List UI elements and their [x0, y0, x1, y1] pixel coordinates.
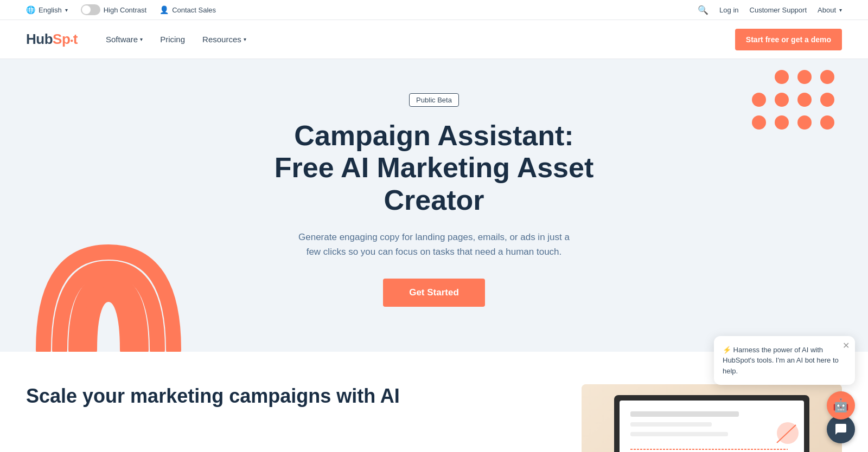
hero-title: Campaign Assistant: Free AI Marketing As… — [271, 120, 597, 217]
chat-avatar[interactable]: 🤖 — [827, 391, 855, 419]
dot — [820, 70, 834, 84]
language-label: English — [39, 6, 62, 14]
about-chevron: ▾ — [839, 7, 842, 13]
dots-decoration — [752, 70, 835, 131]
chat-widget: ✕ ⚡ Harness the power of AI with HubSpot… — [714, 336, 855, 420]
nav-links: Software ▾ Pricing Resources ▾ — [99, 30, 253, 48]
dot — [775, 115, 789, 130]
resources-nav-item[interactable]: Resources ▾ — [196, 30, 253, 48]
hero-subtitle: Generate engaging copy for landing pages… — [293, 230, 575, 259]
pricing-nav-item[interactable]: Pricing — [154, 30, 192, 48]
customer-support-link[interactable]: Customer Support — [750, 6, 807, 14]
dot — [752, 93, 766, 107]
utility-left: English ▾ High Contrast Contact Sales — [26, 4, 216, 15]
chat-bubble: ✕ ⚡ Harness the power of AI with HubSpot… — [714, 336, 855, 385]
contact-sales-link[interactable]: Contact Sales — [159, 5, 216, 14]
toggle-switch[interactable] — [81, 4, 100, 15]
pricing-label: Pricing — [160, 35, 185, 44]
utility-bar: English ▾ High Contrast Contact Sales Lo… — [0, 0, 868, 20]
dot — [797, 70, 812, 84]
svg-rect-5 — [630, 432, 728, 436]
dot — [820, 115, 834, 130]
globe-icon — [26, 5, 35, 14]
toggle-knob — [82, 5, 91, 14]
logo-text: HubSp●t — [26, 31, 78, 48]
software-nav-item[interactable]: Software ▾ — [99, 30, 149, 48]
bottom-section-title: Scale your marketing campaigns with AI — [26, 384, 549, 408]
svg-rect-4 — [630, 422, 712, 427]
bottom-text: Scale your marketing campaigns with AI — [26, 384, 549, 408]
high-contrast-toggle[interactable]: High Contrast — [81, 4, 146, 15]
resources-chevron: ▾ — [244, 36, 246, 42]
main-nav: HubSp●t Software ▾ Pricing Resources ▾ S… — [0, 20, 868, 59]
language-selector[interactable]: English ▾ — [26, 5, 68, 14]
about-dropdown[interactable]: About ▾ — [818, 6, 842, 14]
rainbow-svg — [33, 219, 184, 352]
dot — [797, 93, 812, 107]
login-link[interactable]: Log in — [719, 6, 738, 14]
high-contrast-label: High Contrast — [104, 6, 146, 14]
resources-label: Resources — [202, 35, 241, 44]
search-icon[interactable] — [698, 5, 709, 15]
about-label: About — [818, 6, 836, 14]
dot — [820, 93, 834, 107]
chat-launcher-icon — [834, 423, 847, 436]
hubspot-logo[interactable]: HubSp●t — [26, 31, 78, 48]
nav-left: HubSp●t Software ▾ Pricing Resources ▾ — [26, 30, 253, 48]
language-chevron: ▾ — [65, 7, 68, 13]
hero-section: Public Beta Campaign Assistant: Free AI … — [0, 59, 868, 352]
get-started-button[interactable]: Get Started — [383, 279, 485, 307]
bot-emoji: 🤖 — [833, 398, 849, 413]
rainbow-decoration — [33, 219, 184, 352]
contact-sales-label: Contact Sales — [172, 6, 216, 14]
software-label: Software — [106, 35, 138, 44]
utility-right: Log in Customer Support About ▾ — [698, 5, 842, 15]
chat-close-button[interactable]: ✕ — [843, 340, 850, 351]
logo-spot: Sp●t — [53, 31, 78, 47]
software-chevron: ▾ — [140, 36, 143, 42]
dot — [775, 93, 789, 107]
start-free-button[interactable]: Start free or get a demo — [735, 29, 842, 50]
dot — [797, 115, 812, 130]
chat-message: ⚡ Harness the power of AI with HubSpot's… — [723, 345, 846, 377]
person-icon — [159, 5, 169, 14]
dot — [752, 115, 766, 130]
beta-badge: Public Beta — [409, 93, 459, 107]
dot — [775, 70, 789, 84]
hero-content: Public Beta Campaign Assistant: Free AI … — [271, 93, 597, 307]
